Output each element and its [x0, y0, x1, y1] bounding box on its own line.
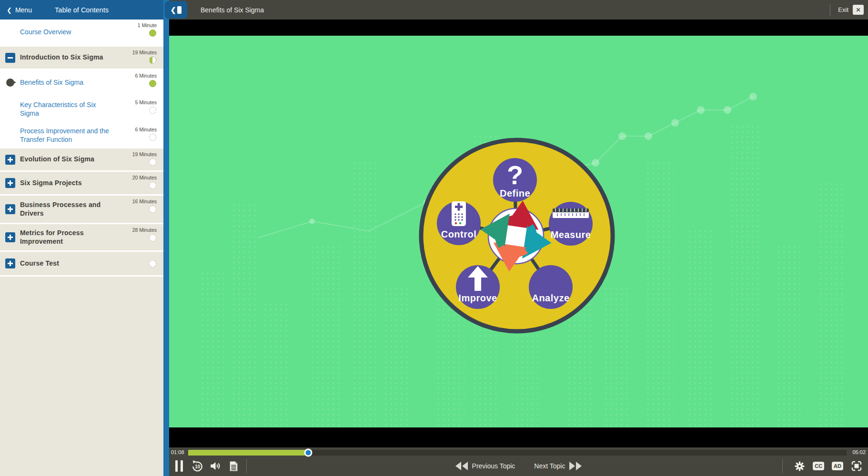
sidebar-filler [0, 277, 163, 476]
sidebar-header: Menu Table of Contents [0, 0, 163, 20]
controls-divider [782, 459, 783, 473]
topic-title: Benefits of Six Sigma [201, 6, 264, 14]
sidebar-accent-strip [163, 0, 169, 476]
toc-item-label: Course Test [20, 259, 59, 268]
dmaic-node-improve: Improve [456, 265, 500, 309]
current-topic-icon [6, 79, 14, 87]
toc-item-course-test[interactable]: Course Test [0, 252, 163, 275]
expand-section-icon[interactable] [5, 204, 15, 214]
status-not-started-icon [149, 134, 156, 141]
lesson-player: Benefits of Six Sigma Exit [169, 0, 868, 476]
toc-item-label: Six Sigma Projects [20, 179, 82, 188]
toc-item-introduction-to-six-sigma[interactable]: Introduction to Six Sigma 19 Minutes [0, 47, 163, 69]
toc-item-label: Metrics for Process Improvement [20, 229, 111, 246]
toc-item-duration: 1 Minute [138, 22, 157, 28]
player-controls: 01:08 05:02 10 [169, 447, 868, 476]
expand-section-icon[interactable] [5, 155, 15, 165]
collapse-sidebar-button[interactable] [165, 1, 187, 19]
status-not-started-icon [149, 260, 156, 267]
toc-item-evolution-of-six-sigma[interactable]: Evolution of Six Sigma 19 Minutes [0, 149, 163, 170]
toc-sidebar: Menu Table of Contents Course Overview 1… [0, 0, 163, 476]
toc-item-duration: 16 Minutes [132, 198, 157, 204]
node-label: Define [500, 188, 530, 198]
toc-item-six-sigma-projects[interactable]: Six Sigma Projects 20 Minutes [0, 172, 163, 194]
transcript-button[interactable] [224, 457, 242, 475]
toc-item-duration: 5 Minutes [135, 99, 157, 105]
dmaic-node-define: ? Define [493, 158, 537, 202]
transcript-icon [228, 460, 240, 472]
exit-button[interactable]: Exit [838, 6, 848, 13]
controls-divider [246, 459, 247, 473]
status-not-started-icon [149, 206, 156, 213]
status-in-progress-icon [149, 57, 156, 64]
toc-item-duration: 6 Minutes [135, 73, 157, 79]
status-complete-icon [149, 30, 156, 37]
close-icon[interactable] [853, 5, 864, 15]
status-not-started-icon [149, 159, 156, 166]
toc-item-course-overview[interactable]: Course Overview 1 Minute [0, 20, 163, 45]
fullscreen-button[interactable] [851, 460, 862, 472]
toc-item-duration: 6 Minutes [135, 127, 157, 132]
titlebar-divider [830, 4, 830, 16]
chevron-left-icon [7, 6, 12, 14]
menu-back-button[interactable]: Menu [0, 6, 32, 14]
node-label: Improve [458, 293, 497, 303]
video-screen[interactable]: ? Define [169, 20, 868, 447]
ruler-icon [553, 208, 589, 218]
toc-item-label: Evolution of Six Sigma [20, 155, 94, 164]
total-time: 05:02 [852, 449, 866, 455]
current-time: 01:08 [171, 449, 184, 455]
status-not-started-icon [149, 107, 156, 114]
svg-text:10: 10 [194, 464, 200, 469]
toc-item-duration: 19 Minutes [132, 151, 157, 157]
toc-item-duration: 19 Minutes [132, 50, 157, 55]
toc-list: Course Overview 1 Minute Introduction to… [0, 20, 163, 476]
toc-item-business-processes[interactable]: Business Processes and Drivers 16 Minute… [0, 196, 163, 223]
collapse-section-icon[interactable] [5, 53, 15, 63]
dmaic-diagram: ? Define [414, 133, 619, 338]
status-not-started-icon [149, 182, 156, 189]
toc-item-benefits-of-six-sigma[interactable]: Benefits of Six Sigma 6 Minutes [0, 70, 163, 95]
next-topic-button[interactable]: Next Topic [534, 462, 582, 470]
progress-thumb[interactable] [304, 449, 312, 457]
node-label: Analyze [532, 293, 569, 303]
progress-played [188, 450, 308, 456]
expand-section-icon[interactable] [5, 258, 15, 268]
pause-button[interactable] [170, 457, 188, 475]
question-mark-icon: ? [507, 160, 523, 190]
player-titlebar: Benefits of Six Sigma Exit [169, 0, 868, 20]
audio-description-button[interactable]: AD [832, 462, 843, 470]
expand-section-icon[interactable] [5, 178, 15, 188]
dmaic-node-measure: Measure [549, 202, 593, 246]
settings-button[interactable] [794, 461, 805, 472]
toc-item-process-improvement[interactable]: Process Improvement and the Transfer Fun… [0, 124, 163, 147]
toc-item-metrics-for-process-improvement[interactable]: Metrics for Process Improvement 28 Minut… [0, 224, 163, 250]
toc-item-label: Introduction to Six Sigma [20, 53, 103, 62]
menu-label: Menu [15, 6, 32, 14]
toc-item-duration: 20 Minutes [132, 175, 157, 180]
dmaic-node-analyze: Analyze [529, 265, 573, 309]
fullscreen-icon [851, 460, 862, 472]
video-frame: ? Define [169, 36, 868, 427]
pause-icon [175, 460, 183, 472]
previous-topic-button[interactable]: Previous Topic [455, 462, 515, 470]
expand-section-icon[interactable] [5, 232, 15, 242]
remote-control-icon [452, 201, 466, 226]
toc-item-label: Course Overview [20, 28, 71, 37]
rewind-10-button[interactable]: 10 [188, 457, 206, 475]
toc-item-key-characteristics[interactable]: Key Characteristics of Six Sigma 5 Minut… [0, 97, 163, 122]
previous-topic-label: Previous Topic [472, 462, 515, 470]
panel-icon [177, 6, 182, 14]
double-left-arrow-icon [455, 462, 468, 470]
gear-icon [794, 461, 805, 472]
dmaic-node-control: Control [437, 201, 481, 245]
closed-captions-button[interactable]: CC [813, 462, 824, 470]
toc-item-duration: 28 Minutes [132, 227, 157, 233]
status-not-started-icon [149, 234, 156, 241]
volume-button[interactable] [206, 457, 224, 475]
toc-item-label: Key Characteristics of Six Sigma [20, 101, 111, 118]
progress-bar[interactable] [188, 450, 847, 456]
node-label: Control [441, 229, 477, 239]
toc-item-label: Process Improvement and the Transfer Fun… [20, 127, 111, 144]
chevron-left-icon [171, 6, 176, 14]
